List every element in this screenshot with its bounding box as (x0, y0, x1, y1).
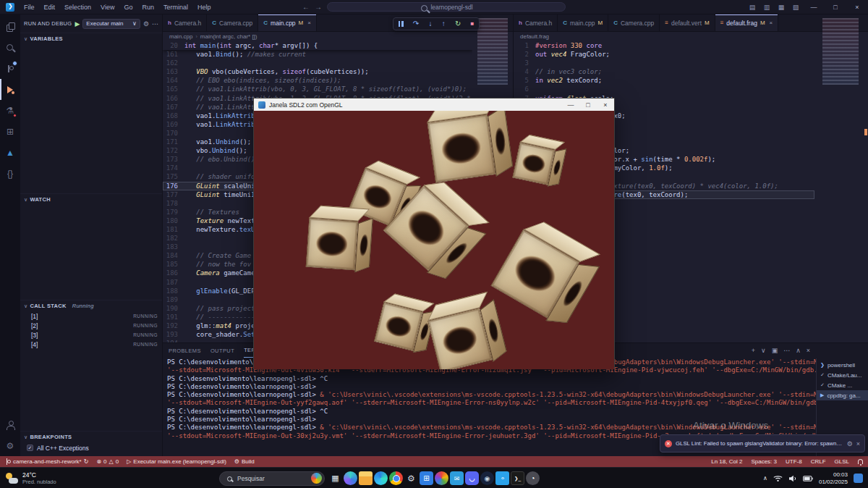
code-line[interactable]: 5in vec2 texCoord; (514, 76, 814, 85)
cmake-build-item[interactable]: ⚙ Build (234, 458, 255, 465)
source-control-icon[interactable] (0, 58, 20, 79)
close-panel-icon[interactable]: × (807, 347, 810, 354)
store-icon[interactable] (420, 471, 433, 485)
callstack-frame[interactable]: [2]RUNNING (20, 321, 162, 330)
menu-view[interactable]: View (96, 2, 119, 12)
tab-default.frag[interactable]: ≡default.fragM× (715, 14, 779, 31)
battery-icon[interactable] (803, 476, 813, 481)
notification-close-icon[interactable]: × (856, 440, 860, 447)
section-callstack[interactable]: ∨CALL STACK Running (20, 300, 162, 311)
new-terminal-icon[interactable]: + (752, 347, 755, 354)
extensions-icon[interactable]: ⊞ (0, 121, 20, 142)
steam-icon[interactable] (480, 471, 494, 485)
split-terminal-icon[interactable]: ▣ (772, 347, 778, 354)
code-line[interactable]: 162 (163, 59, 472, 67)
discord-icon[interactable] (465, 471, 479, 485)
menu-terminal[interactable]: Terminal (159, 2, 192, 12)
terminal-item[interactable]: ✓CMake/Lau... (817, 370, 868, 380)
menu-selection[interactable]: Selection (60, 2, 95, 12)
copilot-icon[interactable] (344, 471, 357, 485)
close-tab-icon[interactable]: × (307, 20, 311, 26)
terminal-item[interactable]: ❯powershell (817, 360, 868, 370)
encoding-item[interactable]: UTF-8 (786, 458, 802, 465)
start-debug-button[interactable]: ▶ (75, 20, 80, 28)
terminal-item[interactable]: ▶cppdbg: ga... (817, 390, 868, 400)
step-out-icon[interactable]: ↑ (442, 20, 446, 28)
weather-widget[interactable]: 24°C Pred. nublado (6, 470, 56, 487)
sdl-close-button[interactable]: × (597, 98, 614, 111)
eol-item[interactable]: CRLF (811, 458, 826, 465)
restart-icon[interactable]: ↻ (455, 20, 461, 28)
maximize-panel-icon[interactable]: ∧ (796, 347, 801, 354)
code-line[interactable]: 6 (514, 85, 814, 93)
close-button[interactable]: × (846, 0, 868, 14)
close-tab-icon[interactable]: × (770, 20, 773, 26)
vscode-icon[interactable] (495, 471, 509, 485)
minimap[interactable] (817, 14, 864, 342)
callstack-frame[interactable]: [4]RUNNING (20, 340, 162, 349)
terminal-icon[interactable] (511, 471, 524, 485)
step-over-icon[interactable]: ↷ (413, 20, 419, 28)
minimize-button[interactable]: — (803, 0, 825, 14)
settings-icon[interactable] (404, 471, 418, 485)
section-variables[interactable]: ∨VARIABLES (20, 33, 162, 44)
code-line[interactable]: 1#version 330 core (514, 41, 814, 50)
photos-icon[interactable] (435, 471, 448, 485)
more-icon[interactable]: ⋯ (152, 20, 158, 28)
section-watch[interactable]: ∨WATCH (20, 193, 162, 205)
callstack-frame[interactable]: [3]RUNNING (20, 330, 162, 340)
menu-help[interactable]: Help (193, 2, 216, 12)
debug-config-select[interactable]: Executar main∨ (82, 19, 140, 29)
sdl-titlebar[interactable]: Janela SDL2 com OpenGL — □ × (254, 98, 614, 111)
notification-toast[interactable]: ✕ GLSL Lint: Failed to spawn glslangVali… (660, 434, 865, 453)
clock[interactable]: 00:03 01/02/2025 (819, 471, 848, 485)
kill-terminal-icon[interactable]: ⋯ (783, 347, 790, 354)
language-mode-item[interactable]: GLSL (835, 458, 849, 465)
obs-icon[interactable] (526, 471, 540, 485)
menu-edit[interactable]: Edit (40, 2, 60, 12)
menu-file[interactable]: File (20, 2, 39, 12)
breadcrumb[interactable]: default.frag (514, 32, 868, 41)
edge-icon[interactable] (374, 471, 388, 485)
code-line[interactable]: 164 // EBO ebo(indices, sizeof(indices))… (163, 76, 472, 85)
forward-icon[interactable]: → (315, 3, 322, 11)
sticky-line[interactable]: 20int main(int argc, char* argv[]) { (163, 41, 472, 50)
cursor-position-item[interactable]: Ln 18, Col 2 (711, 458, 742, 465)
tab-Camera.h[interactable]: hCamera.h (514, 14, 558, 31)
file-explorer-icon[interactable] (359, 471, 373, 485)
code-line[interactable]: 161 vao1.Bind(); //makes current (163, 50, 472, 59)
git-branch-item[interactable]: camera-and-mesh-rework* ↻ (5, 458, 88, 465)
menu-go[interactable]: Go (119, 2, 137, 12)
sdl-minimize-button[interactable]: — (562, 98, 579, 111)
command-center[interactable]: learnopengl-sdl (327, 2, 566, 12)
code-line[interactable]: 4// in vec3 color; (514, 67, 814, 76)
back-icon[interactable]: ← (302, 3, 310, 11)
account-icon[interactable] (0, 414, 20, 435)
step-into-icon[interactable]: ↓ (428, 20, 432, 28)
callstack-frame[interactable]: [1]RUNNING (20, 311, 162, 321)
tab-default.vert[interactable]: ≡default.vertM (660, 14, 715, 31)
cmake-icon[interactable]: ▲ (0, 142, 20, 163)
notifications-bell-icon[interactable] (858, 459, 863, 464)
cmake-launch-item[interactable]: ▷ Executar main.exe (learnopengl-sdl) (127, 458, 226, 465)
testing-icon[interactable]: ⚗ (0, 100, 20, 121)
notification-gear-icon[interactable]: ⚙ (847, 440, 853, 447)
volume-icon[interactable] (788, 475, 797, 482)
panel-tab-problems[interactable]: PROBLEMS (169, 343, 201, 358)
gear-icon[interactable]: ⚙ (143, 20, 149, 28)
toggle-panel-icon[interactable]: ▥ (760, 4, 774, 11)
task-view-icon[interactable] (328, 471, 342, 485)
tab-Camera.cpp[interactable]: CCamera.cpp (608, 14, 660, 31)
make-tools-icon[interactable]: {} (0, 163, 20, 184)
indentation-item[interactable]: Spaces: 3 (751, 458, 777, 465)
code-line[interactable]: 3 (514, 59, 814, 67)
breakpoint-item[interactable]: ✓ All C++ Exceptions (20, 442, 162, 453)
menu-run[interactable]: Run (137, 2, 158, 12)
panel-tab-output[interactable]: OUTPUT (210, 343, 234, 358)
tab-Camera.cpp[interactable]: CCamera.cpp (207, 14, 258, 31)
run-and-debug-icon[interactable] (0, 79, 20, 100)
sdl-maximize-button[interactable]: □ (579, 98, 597, 111)
section-breakpoints[interactable]: ∨BREAKPOINTS (20, 431, 162, 442)
browser-icon[interactable] (389, 471, 403, 485)
hidden-icons-icon[interactable]: ∧ (763, 475, 767, 481)
